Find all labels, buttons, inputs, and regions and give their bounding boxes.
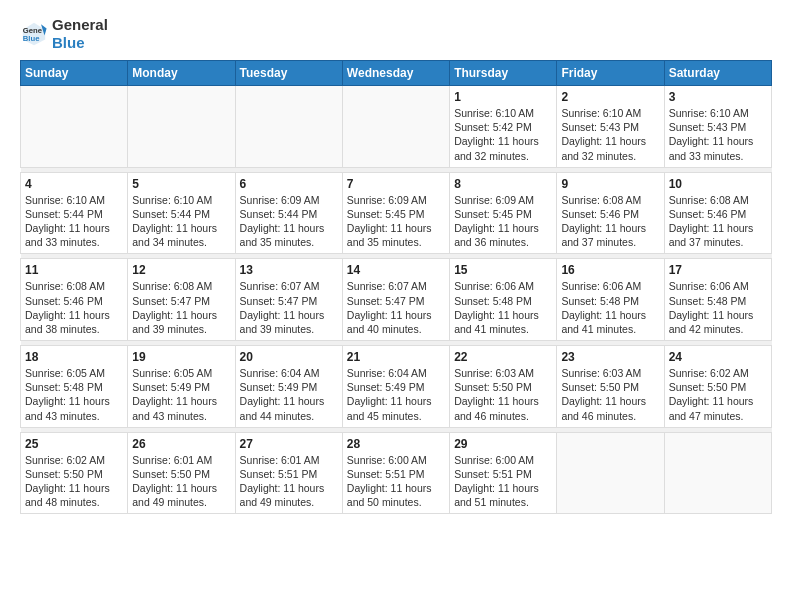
weekday-header-wednesday: Wednesday xyxy=(342,61,449,86)
logo: Gene Blue General Blue xyxy=(20,16,108,52)
day-number: 26 xyxy=(132,437,230,451)
calendar-cell: 2Sunrise: 6:10 AM Sunset: 5:43 PM Daylig… xyxy=(557,86,664,168)
day-number: 11 xyxy=(25,263,123,277)
day-number: 15 xyxy=(454,263,552,277)
calendar-cell: 15Sunrise: 6:06 AM Sunset: 5:48 PM Dayli… xyxy=(450,259,557,341)
calendar-cell: 9Sunrise: 6:08 AM Sunset: 5:46 PM Daylig… xyxy=(557,172,664,254)
calendar-cell xyxy=(21,86,128,168)
calendar-cell: 7Sunrise: 6:09 AM Sunset: 5:45 PM Daylig… xyxy=(342,172,449,254)
day-number: 23 xyxy=(561,350,659,364)
day-number: 2 xyxy=(561,90,659,104)
day-info: Sunrise: 6:04 AM Sunset: 5:49 PM Dayligh… xyxy=(240,366,338,423)
day-number: 18 xyxy=(25,350,123,364)
calendar-table: SundayMondayTuesdayWednesdayThursdayFrid… xyxy=(20,60,772,514)
day-info: Sunrise: 6:01 AM Sunset: 5:50 PM Dayligh… xyxy=(132,453,230,510)
calendar-cell: 19Sunrise: 6:05 AM Sunset: 5:49 PM Dayli… xyxy=(128,346,235,428)
calendar-cell: 17Sunrise: 6:06 AM Sunset: 5:48 PM Dayli… xyxy=(664,259,771,341)
calendar-cell: 3Sunrise: 6:10 AM Sunset: 5:43 PM Daylig… xyxy=(664,86,771,168)
day-number: 1 xyxy=(454,90,552,104)
svg-text:Blue: Blue xyxy=(23,34,40,43)
calendar-cell: 16Sunrise: 6:06 AM Sunset: 5:48 PM Dayli… xyxy=(557,259,664,341)
day-number: 20 xyxy=(240,350,338,364)
calendar-cell: 5Sunrise: 6:10 AM Sunset: 5:44 PM Daylig… xyxy=(128,172,235,254)
day-number: 5 xyxy=(132,177,230,191)
weekday-header-row: SundayMondayTuesdayWednesdayThursdayFrid… xyxy=(21,61,772,86)
calendar-cell: 22Sunrise: 6:03 AM Sunset: 5:50 PM Dayli… xyxy=(450,346,557,428)
calendar-cell: 8Sunrise: 6:09 AM Sunset: 5:45 PM Daylig… xyxy=(450,172,557,254)
day-info: Sunrise: 6:01 AM Sunset: 5:51 PM Dayligh… xyxy=(240,453,338,510)
day-info: Sunrise: 6:07 AM Sunset: 5:47 PM Dayligh… xyxy=(347,279,445,336)
day-info: Sunrise: 6:09 AM Sunset: 5:44 PM Dayligh… xyxy=(240,193,338,250)
day-number: 29 xyxy=(454,437,552,451)
day-number: 24 xyxy=(669,350,767,364)
day-number: 4 xyxy=(25,177,123,191)
calendar-cell: 23Sunrise: 6:03 AM Sunset: 5:50 PM Dayli… xyxy=(557,346,664,428)
calendar-cell xyxy=(557,432,664,514)
weekday-header-sunday: Sunday xyxy=(21,61,128,86)
calendar-cell: 25Sunrise: 6:02 AM Sunset: 5:50 PM Dayli… xyxy=(21,432,128,514)
calendar-week-row: 4Sunrise: 6:10 AM Sunset: 5:44 PM Daylig… xyxy=(21,172,772,254)
weekday-header-saturday: Saturday xyxy=(664,61,771,86)
calendar-cell: 27Sunrise: 6:01 AM Sunset: 5:51 PM Dayli… xyxy=(235,432,342,514)
day-info: Sunrise: 6:06 AM Sunset: 5:48 PM Dayligh… xyxy=(454,279,552,336)
calendar-cell xyxy=(664,432,771,514)
day-info: Sunrise: 6:06 AM Sunset: 5:48 PM Dayligh… xyxy=(669,279,767,336)
day-info: Sunrise: 6:02 AM Sunset: 5:50 PM Dayligh… xyxy=(669,366,767,423)
calendar-cell xyxy=(342,86,449,168)
calendar-cell: 20Sunrise: 6:04 AM Sunset: 5:49 PM Dayli… xyxy=(235,346,342,428)
day-number: 21 xyxy=(347,350,445,364)
day-info: Sunrise: 6:09 AM Sunset: 5:45 PM Dayligh… xyxy=(347,193,445,250)
day-info: Sunrise: 6:05 AM Sunset: 5:49 PM Dayligh… xyxy=(132,366,230,423)
day-info: Sunrise: 6:04 AM Sunset: 5:49 PM Dayligh… xyxy=(347,366,445,423)
day-info: Sunrise: 6:10 AM Sunset: 5:43 PM Dayligh… xyxy=(669,106,767,163)
calendar-week-row: 18Sunrise: 6:05 AM Sunset: 5:48 PM Dayli… xyxy=(21,346,772,428)
calendar-week-row: 11Sunrise: 6:08 AM Sunset: 5:46 PM Dayli… xyxy=(21,259,772,341)
day-info: Sunrise: 6:09 AM Sunset: 5:45 PM Dayligh… xyxy=(454,193,552,250)
day-number: 8 xyxy=(454,177,552,191)
day-info: Sunrise: 6:03 AM Sunset: 5:50 PM Dayligh… xyxy=(454,366,552,423)
calendar-cell: 6Sunrise: 6:09 AM Sunset: 5:44 PM Daylig… xyxy=(235,172,342,254)
calendar-week-row: 25Sunrise: 6:02 AM Sunset: 5:50 PM Dayli… xyxy=(21,432,772,514)
logo-icon: Gene Blue xyxy=(20,20,48,48)
weekday-header-tuesday: Tuesday xyxy=(235,61,342,86)
day-number: 14 xyxy=(347,263,445,277)
calendar-cell: 29Sunrise: 6:00 AM Sunset: 5:51 PM Dayli… xyxy=(450,432,557,514)
day-info: Sunrise: 6:07 AM Sunset: 5:47 PM Dayligh… xyxy=(240,279,338,336)
logo-blue: Blue xyxy=(52,34,85,51)
day-info: Sunrise: 6:08 AM Sunset: 5:46 PM Dayligh… xyxy=(561,193,659,250)
page-header: Gene Blue General Blue xyxy=(20,16,772,52)
calendar-cell: 18Sunrise: 6:05 AM Sunset: 5:48 PM Dayli… xyxy=(21,346,128,428)
day-number: 12 xyxy=(132,263,230,277)
day-info: Sunrise: 6:02 AM Sunset: 5:50 PM Dayligh… xyxy=(25,453,123,510)
day-info: Sunrise: 6:08 AM Sunset: 5:46 PM Dayligh… xyxy=(669,193,767,250)
weekday-header-monday: Monday xyxy=(128,61,235,86)
day-number: 3 xyxy=(669,90,767,104)
calendar-cell: 26Sunrise: 6:01 AM Sunset: 5:50 PM Dayli… xyxy=(128,432,235,514)
weekday-header-thursday: Thursday xyxy=(450,61,557,86)
day-info: Sunrise: 6:00 AM Sunset: 5:51 PM Dayligh… xyxy=(454,453,552,510)
day-info: Sunrise: 6:03 AM Sunset: 5:50 PM Dayligh… xyxy=(561,366,659,423)
calendar-cell: 10Sunrise: 6:08 AM Sunset: 5:46 PM Dayli… xyxy=(664,172,771,254)
calendar-cell: 11Sunrise: 6:08 AM Sunset: 5:46 PM Dayli… xyxy=(21,259,128,341)
logo-general: Gene xyxy=(52,16,90,33)
calendar-cell xyxy=(128,86,235,168)
calendar-cell: 24Sunrise: 6:02 AM Sunset: 5:50 PM Dayli… xyxy=(664,346,771,428)
day-number: 28 xyxy=(347,437,445,451)
calendar-week-row: 1Sunrise: 6:10 AM Sunset: 5:42 PM Daylig… xyxy=(21,86,772,168)
calendar-header: SundayMondayTuesdayWednesdayThursdayFrid… xyxy=(21,61,772,86)
calendar-cell xyxy=(235,86,342,168)
day-info: Sunrise: 6:05 AM Sunset: 5:48 PM Dayligh… xyxy=(25,366,123,423)
svg-text:Gene: Gene xyxy=(23,26,43,35)
calendar-cell: 1Sunrise: 6:10 AM Sunset: 5:42 PM Daylig… xyxy=(450,86,557,168)
weekday-header-friday: Friday xyxy=(557,61,664,86)
day-number: 19 xyxy=(132,350,230,364)
day-info: Sunrise: 6:10 AM Sunset: 5:44 PM Dayligh… xyxy=(132,193,230,250)
calendar-cell: 12Sunrise: 6:08 AM Sunset: 5:47 PM Dayli… xyxy=(128,259,235,341)
day-number: 25 xyxy=(25,437,123,451)
day-info: Sunrise: 6:10 AM Sunset: 5:43 PM Dayligh… xyxy=(561,106,659,163)
calendar-cell: 4Sunrise: 6:10 AM Sunset: 5:44 PM Daylig… xyxy=(21,172,128,254)
calendar-cell: 21Sunrise: 6:04 AM Sunset: 5:49 PM Dayli… xyxy=(342,346,449,428)
day-number: 17 xyxy=(669,263,767,277)
calendar-cell: 13Sunrise: 6:07 AM Sunset: 5:47 PM Dayli… xyxy=(235,259,342,341)
calendar-cell: 28Sunrise: 6:00 AM Sunset: 5:51 PM Dayli… xyxy=(342,432,449,514)
